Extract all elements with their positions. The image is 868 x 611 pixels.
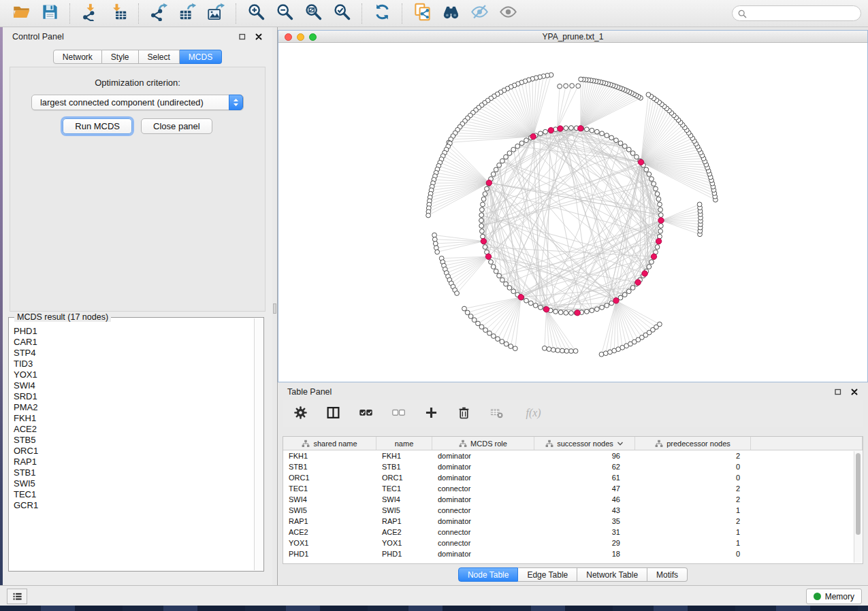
tab-mcds[interactable]: MCDS bbox=[180, 50, 222, 64]
table-row[interactable]: YOX1YOX1connector291 bbox=[283, 538, 863, 548]
show-columns-button[interactable] bbox=[326, 406, 340, 423]
export-network-button[interactable] bbox=[144, 2, 173, 25]
table-row[interactable]: ORC1ORC1dominator610 bbox=[283, 472, 863, 483]
cell: dominator bbox=[432, 548, 534, 559]
table-row[interactable]: FKH1FKH1dominator962 bbox=[283, 450, 863, 461]
cell-filler bbox=[751, 472, 863, 483]
export-image-button[interactable] bbox=[202, 2, 230, 25]
criterion-dropdown[interactable]: largest connected component (undirected) bbox=[31, 95, 244, 110]
tab-style[interactable]: Style bbox=[102, 50, 139, 64]
cell: connector bbox=[432, 483, 534, 494]
column-label: name bbox=[395, 440, 414, 448]
cell: RAP1 bbox=[376, 516, 432, 527]
cell: connector bbox=[432, 527, 534, 538]
tab-motifs[interactable]: Motifs bbox=[647, 567, 688, 582]
zoom-out-button[interactable] bbox=[270, 2, 299, 25]
list-icon bbox=[12, 591, 23, 602]
search-input[interactable] bbox=[732, 5, 861, 21]
table-row[interactable]: TEC1TEC1connector472 bbox=[283, 483, 863, 494]
table-row[interactable]: ACE2ACE2connector311 bbox=[283, 527, 863, 538]
float-panel-icon[interactable] bbox=[238, 33, 246, 42]
run-mcds-button[interactable]: Run MCDS bbox=[63, 118, 132, 134]
network-canvas[interactable] bbox=[278, 44, 867, 382]
float-table-panel-icon[interactable] bbox=[833, 388, 842, 397]
column-header-shared-name[interactable]: shared name bbox=[283, 437, 376, 450]
tab-node-table[interactable]: Node Table bbox=[458, 567, 519, 582]
cell: STB1 bbox=[376, 461, 432, 472]
column-header-MCDS-role[interactable]: MCDS role bbox=[432, 437, 534, 450]
import-table-button[interactable] bbox=[104, 2, 133, 25]
optimization-criterion-label: Optimization criterion: bbox=[10, 78, 265, 88]
tab-network-table[interactable]: Network Table bbox=[577, 567, 647, 582]
show-all-button[interactable] bbox=[494, 2, 522, 25]
app-window: Control Panel NetworkStyleSelectMCDS Opt… bbox=[0, 0, 868, 611]
delete-column-button[interactable] bbox=[457, 406, 471, 423]
column-header-successor-nodes[interactable]: successor nodes bbox=[534, 437, 635, 450]
table-row[interactable]: PHD1PHD1dominator180 bbox=[283, 548, 863, 559]
open-file-button[interactable] bbox=[7, 2, 35, 25]
tab-edge-table[interactable]: Edge Table bbox=[518, 567, 577, 582]
deselect-all-button[interactable] bbox=[391, 406, 406, 423]
cell: ORC1 bbox=[283, 472, 376, 483]
cell: ACE2 bbox=[376, 527, 432, 538]
mcds-result-item: SWI5 bbox=[14, 478, 253, 489]
table-scrollbar[interactable] bbox=[854, 451, 862, 563]
search-icon bbox=[738, 9, 747, 18]
cell: 62 bbox=[534, 461, 635, 472]
zoom-out-icon bbox=[276, 3, 294, 24]
network-nodes[interactable] bbox=[426, 73, 718, 357]
memory-button[interactable]: Memory bbox=[806, 589, 862, 604]
close-panel-icon[interactable] bbox=[254, 33, 263, 42]
apply-layout-button[interactable] bbox=[368, 2, 396, 25]
table-row[interactable]: STB1STB1dominator620 bbox=[283, 461, 863, 472]
splitter-handle[interactable] bbox=[273, 303, 276, 314]
save-session-button[interactable] bbox=[35, 2, 64, 25]
tab-select[interactable]: Select bbox=[139, 50, 180, 64]
mcds-result-item: STB5 bbox=[14, 435, 253, 446]
mcds-result-item: PMA2 bbox=[14, 402, 253, 413]
toolbar-separator bbox=[402, 3, 402, 24]
network-graph[interactable] bbox=[278, 44, 867, 382]
export-image-icon bbox=[207, 3, 225, 24]
table-row[interactable]: SWI5SWI5connector431 bbox=[283, 505, 863, 516]
network-window-titlebar[interactable]: YPA_prune.txt_1 bbox=[278, 31, 867, 43]
first-neighbors-button[interactable] bbox=[436, 2, 465, 25]
table-row[interactable]: RAP1RAP1dominator352 bbox=[283, 516, 863, 527]
panel-splitter[interactable] bbox=[272, 27, 278, 585]
export-table-button[interactable] bbox=[173, 2, 202, 25]
hide-selected-icon bbox=[470, 3, 489, 24]
zoom-selected-button[interactable] bbox=[327, 2, 356, 25]
zoom-fit-button[interactable] bbox=[299, 2, 327, 25]
table-panel-header: Table Panel bbox=[278, 382, 868, 401]
tab-network[interactable]: Network bbox=[53, 50, 102, 64]
zoom-in-button[interactable] bbox=[242, 2, 270, 25]
cell: dominator bbox=[432, 461, 534, 472]
cell-filler bbox=[751, 461, 863, 472]
column-label: MCDS role bbox=[470, 440, 507, 448]
mcds-result-item: STB1 bbox=[14, 467, 253, 478]
network-window: YPA_prune.txt_1 bbox=[278, 30, 868, 382]
cell: PHD1 bbox=[376, 548, 432, 559]
mcds-result-list[interactable]: PHD1CAR1STP4TID3YOX1SWI4SRD1PMA2FKH1ACE2… bbox=[10, 326, 253, 570]
add-column-button[interactable] bbox=[424, 406, 438, 423]
close-panel-button[interactable]: Close panel bbox=[141, 118, 212, 134]
close-table-panel-icon[interactable] bbox=[850, 388, 858, 397]
mcds-list-scrollbar[interactable] bbox=[254, 318, 263, 570]
import-network-button[interactable] bbox=[76, 2, 104, 25]
mcds-result-title: MCDS result (17 nodes) bbox=[14, 312, 111, 322]
table-options-button[interactable] bbox=[293, 406, 308, 423]
hide-selected-button[interactable] bbox=[465, 2, 494, 25]
delete-table-icon bbox=[489, 406, 504, 423]
table-scrollbar-thumb[interactable] bbox=[856, 453, 861, 535]
select-all-button[interactable] bbox=[359, 406, 373, 423]
cell: 29 bbox=[534, 538, 635, 548]
save-icon bbox=[41, 3, 59, 24]
clone-network-button[interactable] bbox=[408, 2, 436, 25]
first-neighbors-icon bbox=[442, 3, 460, 24]
export-network-icon bbox=[150, 3, 168, 24]
column-header-name[interactable]: name bbox=[376, 437, 432, 450]
task-history-button[interactable] bbox=[7, 589, 27, 604]
table-row[interactable]: SWI4SWI4dominator462 bbox=[283, 494, 863, 505]
column-header-predecessor-nodes[interactable]: predecessor nodes bbox=[635, 437, 751, 450]
toolbar-separator bbox=[69, 3, 70, 24]
